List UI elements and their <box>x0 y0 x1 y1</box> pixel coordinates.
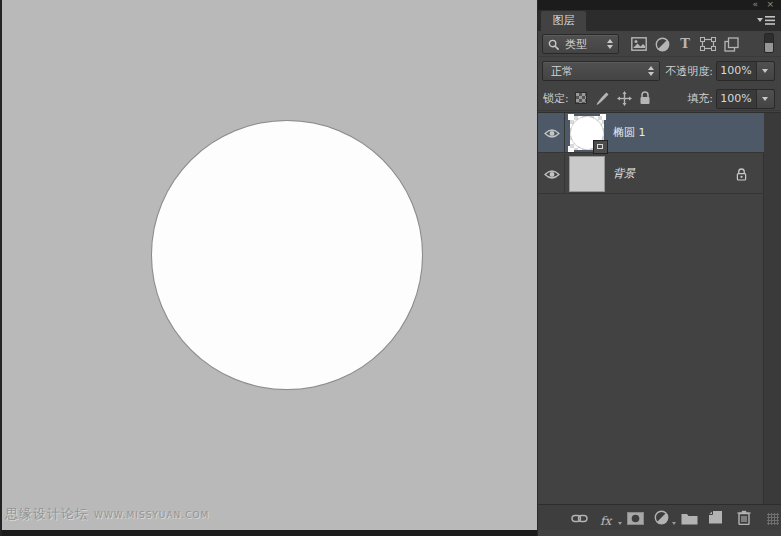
visibility-toggle[interactable] <box>538 154 565 193</box>
ellipse-shape <box>152 121 422 389</box>
dropdown-spinner-icon <box>648 66 654 76</box>
background-lock-icon <box>736 168 747 181</box>
lock-all-button[interactable] <box>637 90 654 107</box>
watermark-title: 思缘设计论坛 <box>5 506 89 521</box>
filter-adjustment-layers-button[interactable] <box>653 35 671 53</box>
tab-layers[interactable]: 图层 <box>541 11 586 31</box>
trash-icon <box>737 510 751 525</box>
folder-icon <box>681 512 698 525</box>
link-icon <box>571 514 588 523</box>
link-layers-button[interactable] <box>571 510 589 526</box>
shape-layer-icon <box>700 37 716 51</box>
fx-icon: fx <box>600 514 611 528</box>
transparency-checker-icon <box>575 92 587 104</box>
layer-styles-button[interactable]: fx <box>600 510 618 526</box>
vector-corner-mark <box>600 114 606 120</box>
move-icon <box>617 91 632 106</box>
photoshop-window: 思缘设计论坛WWW.MISSYUAN.COM « × 图层 <box>0 0 781 536</box>
filter-pixel-layers-button[interactable] <box>630 35 648 53</box>
search-icon <box>548 39 560 51</box>
close-panel-icon[interactable]: × <box>764 0 776 10</box>
document-canvas[interactable]: 思缘设计论坛WWW.MISSYUAN.COM <box>0 0 537 530</box>
filter-kind-value: 类型 <box>565 35 587 54</box>
panel-resize-grip[interactable] <box>767 513 779 525</box>
new-group-button[interactable] <box>681 510 699 526</box>
watermark: 思缘设计论坛WWW.MISSYUAN.COM <box>5 503 209 523</box>
fill-value: 100% <box>717 90 755 108</box>
panel-top-chrome: « × <box>538 0 781 10</box>
window-left-edge <box>0 0 2 536</box>
blend-mode-dropdown[interactable]: 正常 <box>542 61 660 81</box>
filter-toggle-icon[interactable] <box>764 33 774 53</box>
filter-type-layers-button[interactable]: T <box>676 35 694 53</box>
lock-label: 锁定: <box>543 91 569 106</box>
collapse-panels-icon[interactable]: « <box>750 0 759 10</box>
fill-label: 填充: <box>687 91 713 106</box>
opacity-value: 100% <box>717 62 755 80</box>
pixel-layer-icon <box>631 37 647 51</box>
visibility-toggle[interactable] <box>538 113 565 152</box>
new-adjustment-layer-button[interactable] <box>654 510 672 526</box>
dropdown-spinner-icon <box>607 39 613 49</box>
brush-icon <box>595 91 610 106</box>
vector-corner-mark <box>568 146 574 152</box>
watermark-url: WWW.MISSYUAN.COM <box>94 510 209 520</box>
opacity-label: 不透明度: <box>665 64 713 79</box>
lock-row: 锁定: 填充: <box>538 86 781 111</box>
panel-menu-button[interactable] <box>757 15 775 26</box>
lock-transparency-button[interactable] <box>573 90 590 107</box>
opacity-dropdown-button[interactable] <box>756 62 774 80</box>
fill-value-box[interactable]: 100% <box>716 89 775 109</box>
eye-icon <box>544 169 560 180</box>
padlock-icon <box>639 91 651 105</box>
add-layer-mask-button[interactable] <box>627 510 645 526</box>
layer-row-background[interactable]: 背景 <box>538 154 764 194</box>
layers-list: 椭圆 1 背景 <box>538 112 781 504</box>
layer-row-ellipse[interactable]: 椭圆 1 <box>538 113 764 153</box>
fill-dropdown-button[interactable] <box>756 90 774 108</box>
new-layer-icon <box>708 510 723 525</box>
new-layer-button[interactable] <box>708 510 726 526</box>
filter-kind-dropdown[interactable]: 类型 <box>542 34 619 54</box>
filter-shape-layers-button[interactable] <box>699 35 717 53</box>
vector-corner-mark <box>568 114 574 120</box>
scrollbar-gutter <box>763 113 781 504</box>
filter-smart-objects-button[interactable] <box>722 35 740 53</box>
layer-filter-row: 类型 T <box>538 31 781 57</box>
delete-layer-button[interactable] <box>737 510 755 526</box>
eye-icon <box>544 128 560 139</box>
layer-name[interactable]: 椭圆 1 <box>613 113 646 153</box>
layer-thumbnail[interactable] <box>570 116 604 150</box>
layers-panel: « × 图层 类型 <box>537 0 781 536</box>
layer-mask-icon <box>627 512 644 525</box>
panel-menu-icon <box>757 15 775 26</box>
chevron-down-icon <box>672 522 676 525</box>
adjustment-circle-icon <box>654 510 669 525</box>
chevron-down-icon <box>762 69 768 73</box>
chevron-down-icon <box>762 97 768 101</box>
layers-toolbar: fx <box>538 504 781 530</box>
adjustment-layer-icon <box>655 37 670 52</box>
blend-mode-value: 正常 <box>551 62 573 81</box>
lock-pixels-button[interactable] <box>594 90 611 107</box>
blend-mode-row: 正常 不透明度: 100% <box>538 58 781 85</box>
panel-tab-bar: 图层 <box>538 10 781 31</box>
chevron-down-icon <box>618 522 622 525</box>
opacity-value-box[interactable]: 100% <box>716 61 775 81</box>
shape-layer-badge-icon <box>593 140 608 154</box>
layer-name[interactable]: 背景 <box>613 154 635 194</box>
smart-object-icon <box>724 37 739 52</box>
type-layer-icon: T <box>676 35 694 53</box>
lock-position-button[interactable] <box>616 90 633 107</box>
layer-thumbnail[interactable] <box>570 157 604 191</box>
